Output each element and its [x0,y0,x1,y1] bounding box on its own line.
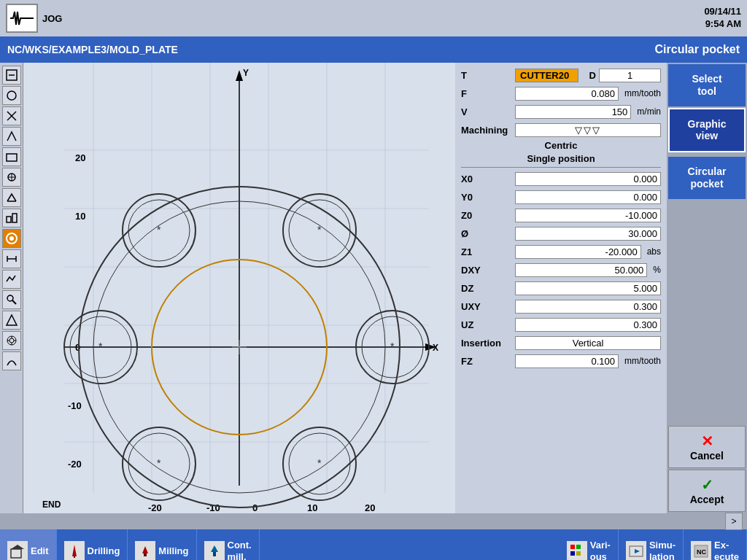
svg-rect-91 [576,551,581,556]
svg-text:+: + [237,343,241,351]
UXY-value[interactable]: 0.300 [515,300,661,314]
toolbar-btn-4[interactable] [2,127,21,146]
cont-mill-label: Cont. mill. [228,540,252,560]
dia-value[interactable]: 30.000 [515,227,661,241]
main-area: Y X 20 10 0 -10 -20 -20 -10 0 10 20 END [0,63,747,513]
centric-label: Centric [545,140,578,151]
machining-value[interactable]: ▽▽▽ [515,123,661,137]
Insertion-value[interactable]: Vertical [515,336,661,350]
cad-canvas: Y X 20 10 0 -10 -20 -20 -10 0 10 20 END [23,63,455,513]
Z0-label: Z0 [461,210,512,221]
svg-text:*: * [157,224,161,236]
svg-text:0: 0 [75,342,80,353]
toolbar-btn-13[interactable] [2,331,21,350]
scroll-bar: > [0,513,747,529]
svg-rect-80 [11,549,21,558]
T-value[interactable]: CUTTER20 [515,69,578,82]
milling-label: Milling [158,545,188,557]
svg-text:-20: -20 [68,459,82,470]
accept-button[interactable]: ✓ Accept [668,470,746,512]
edit-icon [7,541,28,560]
Z0-value[interactable]: -10.000 [515,209,661,222]
select-tool-button[interactable]: Select tool [668,64,746,106]
F-value[interactable]: 0.080 [515,87,619,101]
Z1-label: Z1 [461,246,512,257]
cancel-button[interactable]: ✕ Cancel [668,426,746,468]
param-row-X0: X0 0.000 [461,171,661,187]
jog-area: JOG [6,4,62,33]
execute-label: Ex- ecute [714,540,739,560]
toolbar-btn-active[interactable] [2,229,21,248]
DZ-value[interactable]: 5.000 [515,281,661,295]
svg-rect-11 [12,214,17,222]
scroll-right-indicator[interactable]: > [725,513,743,530]
svg-text:END: END [42,499,61,510]
graphic-view-button[interactable]: Graphic view [668,108,746,153]
execute-button[interactable]: NC Ex- ecute [684,529,747,560]
toolbar-btn-3[interactable] [2,106,21,125]
param-row-dia: Ø 30.000 [461,225,661,241]
various-icon [567,541,587,560]
svg-line-18 [12,300,16,304]
toolbar-btn-2[interactable] [2,86,21,105]
drilling-label: Drilling [88,545,120,557]
toolbar-btn-8[interactable] [2,209,21,228]
svg-text:-10: -10 [68,400,82,411]
svg-rect-85 [144,553,147,556]
accept-label: Accept [690,494,724,505]
Y0-value[interactable]: 0.000 [515,190,661,204]
header-bar: NC/WKS/EXAMPLE3/MOLD_PLATE Circular pock… [0,36,747,63]
svg-text:10: 10 [75,211,85,222]
FZ-value[interactable]: 0.100 [515,354,619,368]
cont-mill-button[interactable]: Cont. mill. [197,529,260,560]
svg-rect-89 [576,545,581,549]
param-row-DZ: DZ 5.000 [461,280,661,296]
simulation-button[interactable]: Simu- lation [619,529,684,560]
circular-pocket-button[interactable]: Circular pocket [668,157,746,199]
svg-text:10: 10 [307,502,317,513]
datetime: 09/14/11 9:54 AM [704,6,741,31]
toolbar-btn-5[interactable] [2,147,21,166]
svg-rect-88 [570,545,575,549]
separator-1 [461,167,661,168]
toolbar-btn-10[interactable] [2,270,21,289]
drilling-icon [64,541,85,560]
toolbar-btn-11[interactable] [2,290,21,309]
toolbar-btn-7[interactable] [2,188,21,207]
edit-button[interactable]: Edit [0,529,57,560]
drilling-button[interactable]: Drilling [57,529,128,560]
toolbar-btn-9[interactable] [2,249,21,268]
toolbar-btn-14[interactable] [2,351,21,370]
simulation-icon [626,541,646,560]
UZ-value[interactable]: 0.300 [515,318,661,332]
V-value[interactable]: 150 [515,105,631,119]
machining-label: Machining [461,125,512,136]
svg-point-21 [9,338,14,343]
milling-button[interactable]: Milling [128,529,196,560]
various-button[interactable]: Vari- ous [560,529,619,560]
svg-rect-87 [213,552,216,556]
svg-point-13 [9,236,14,241]
dia-label: Ø [461,228,512,239]
toolbar-btn-6[interactable] [2,168,21,187]
DXY-value[interactable]: 50.000 [515,263,647,277]
cancel-label: Cancel [690,450,724,462]
X0-value[interactable]: 0.000 [515,172,661,186]
D-value[interactable]: 1 [599,69,661,82]
param-row-Insertion: Insertion Vertical [461,335,661,351]
Z1-value[interactable]: -20.000 [515,245,641,259]
toolbar-btn-12[interactable] [2,311,21,330]
file-path: NC/WKS/EXAMPLE3/MOLD_PLATE [7,44,178,55]
svg-text:-20: -20 [148,502,162,513]
Z1-suffix: abs [647,246,661,257]
svg-marker-93 [635,549,640,553]
toolbar-btn-1[interactable] [2,66,21,85]
F-label: F [461,88,512,99]
FZ-unit: mm/tooth [624,356,661,366]
svg-text:20: 20 [365,502,375,513]
left-toolbar [0,63,23,513]
svg-rect-5 [7,154,17,161]
svg-text:*: * [98,341,103,352]
svg-text:*: * [390,341,395,352]
param-row-V: V 150 m/min [461,104,661,120]
